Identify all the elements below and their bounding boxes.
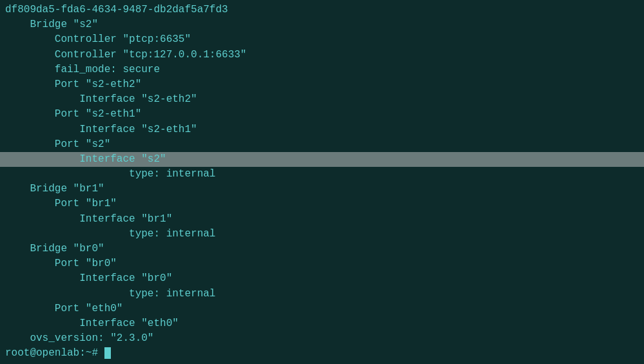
terminal-line: Bridge "br0": [0, 242, 644, 256]
terminal-line: Controller "tcp:127.0.0.1:6633": [0, 48, 644, 62]
terminal-line: ovs_version: "2.3.0": [0, 331, 644, 346]
terminal-line: Interface "s2-eth1": [0, 122, 644, 137]
terminal-line: Port "eth0": [0, 302, 644, 316]
terminal-line: fail_mode: secure: [0, 62, 644, 77]
terminal-cursor: [104, 347, 111, 359]
terminal-line: root@openlab:~#: [0, 346, 644, 361]
terminal-line: Port "s2": [0, 137, 644, 152]
terminal-line: Interface "br1": [0, 212, 644, 227]
terminal-line: Bridge "s2": [0, 17, 644, 32]
terminal-line: Port "br1": [0, 196, 644, 211]
terminal-window[interactable]: df809da5-fda6-4634-9487-db2daf5a7fd3 Bri…: [0, 0, 644, 364]
terminal-line: Controller "ptcp:6635": [0, 32, 644, 47]
terminal-line: Interface "s2-eth2": [0, 92, 644, 107]
terminal-line: Bridge "br1": [0, 182, 644, 196]
terminal-line: df809da5-fda6-4634-9487-db2daf5a7fd3: [0, 3, 644, 17]
terminal-line: type: internal: [0, 227, 644, 242]
terminal-line: Port "s2-eth2": [0, 77, 644, 92]
terminal-line: Port "s2-eth1": [0, 107, 644, 122]
terminal-line: Interface "eth0": [0, 316, 644, 331]
terminal-line: type: internal: [0, 287, 644, 302]
terminal-line: type: internal: [0, 167, 644, 182]
terminal-line: Interface "s2": [0, 152, 644, 167]
terminal-line: Interface "br0": [0, 271, 644, 286]
terminal-line: Port "br0": [0, 256, 644, 271]
